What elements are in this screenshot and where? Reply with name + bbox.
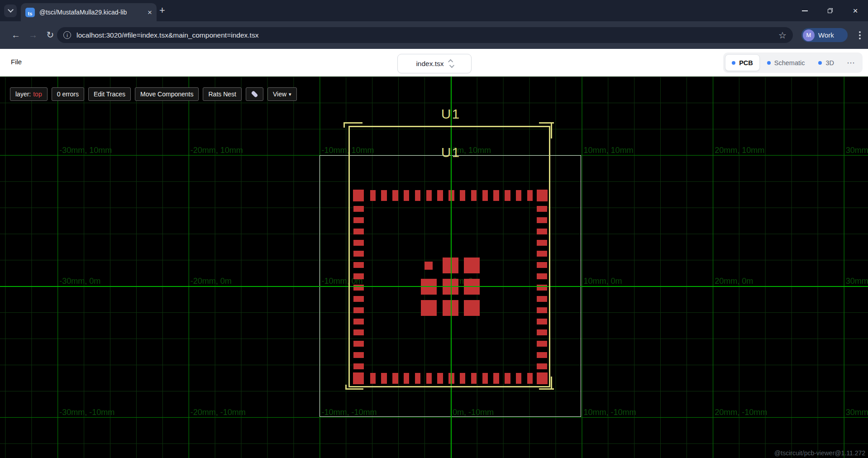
silkscreen-outline xyxy=(348,126,550,387)
tab-search-button[interactable] xyxy=(4,5,17,17)
grid-label: 20mm, 10mm xyxy=(715,146,764,155)
silkscreen-corner-mark xyxy=(345,385,347,390)
layer-label: layer: xyxy=(15,91,31,98)
grid-label: -30mm, 0m xyxy=(59,277,100,286)
browser-toolbar: ← → ↻ i localhost:3020/#file=index.tsx&m… xyxy=(0,21,868,49)
chevron-up-down-icon xyxy=(449,59,453,68)
minimize-icon xyxy=(802,10,808,11)
tab-schematic-label: Schematic xyxy=(774,59,805,67)
forward-button[interactable]: → xyxy=(26,28,40,42)
back-button[interactable]: ← xyxy=(9,28,23,42)
silkscreen-corner-mark xyxy=(345,388,363,390)
view-label: View xyxy=(273,91,286,98)
silkscreen-corner-mark xyxy=(343,122,362,124)
file-selector[interactable]: index.tsx xyxy=(397,54,472,73)
grid-label: -20mm, 10mm xyxy=(191,146,243,155)
grid-label: 10mm, 10mm xyxy=(584,146,634,155)
edit-traces-button[interactable]: Edit Traces xyxy=(88,87,131,101)
tab-3d-label: 3D xyxy=(825,59,834,67)
errors-button[interactable]: 0 errors xyxy=(52,87,84,101)
refdes-label-inner: U1 xyxy=(441,145,460,160)
grid-label: 30mm, -10mm xyxy=(846,408,868,417)
browser-tab[interactable]: ts @tsci/MustafaMulla29.kicad-lib × xyxy=(21,3,157,21)
browser-window: ts @tsci/MustafaMulla29.kicad-lib × + × … xyxy=(0,0,868,458)
viewer-version: @tscircuit/pcb-viewer@1.11.272 xyxy=(774,449,865,457)
silkscreen-corner-mark xyxy=(551,122,552,138)
grid-label: -20mm, -10mm xyxy=(191,408,246,417)
tab-close-icon[interactable]: × xyxy=(148,9,152,16)
restore-icon xyxy=(828,8,833,13)
pcb-toolbar: layer: top 0 errors Edit Traces Move Com… xyxy=(10,87,297,101)
grid-label: 10mm, -10mm xyxy=(584,408,636,417)
view-menu-button[interactable]: View ▾ xyxy=(267,87,297,101)
refdes-label-top: U1 xyxy=(441,106,460,122)
grid-label: 20mm, -10mm xyxy=(715,408,767,417)
pencil-icon xyxy=(251,91,258,98)
layer-button[interactable]: layer: top xyxy=(10,87,48,101)
grid-label: 10mm, 0m xyxy=(584,277,622,286)
app-header: File index.tsx PCB Schematic 3D ⋯ xyxy=(0,49,868,76)
view-toggle-group: PCB Schematic 3D ⋯ xyxy=(723,52,863,73)
tab-strip: ts @tsci/MustafaMulla29.kicad-lib × + × xyxy=(0,0,868,21)
tab-schematic[interactable]: Schematic xyxy=(761,54,811,71)
browser-menu-button[interactable] xyxy=(859,31,861,39)
caret-down-icon: ▾ xyxy=(289,91,291,97)
3d-dot-icon xyxy=(818,61,822,65)
rats-nest-button[interactable]: Rats Nest xyxy=(203,87,241,101)
new-tab-button[interactable]: + xyxy=(159,5,165,15)
grid-label: -20mm, 0m xyxy=(191,277,232,286)
pcb-dot-icon xyxy=(732,61,735,65)
schematic-dot-icon xyxy=(767,61,771,65)
profile-name: Work xyxy=(818,31,834,39)
address-bar[interactable]: i localhost:3020/#file=index.tsx&main_co… xyxy=(57,27,793,43)
tab-pcb[interactable]: PCB xyxy=(725,54,760,71)
tab-pcb-label: PCB xyxy=(739,59,753,67)
maximize-button[interactable] xyxy=(817,0,843,21)
layer-value: top xyxy=(33,91,42,98)
minimize-button[interactable] xyxy=(792,0,817,21)
pcb-canvas[interactable]: -30mm, 10mm-20mm, 10mm-10mm, 10mm0m, 10m… xyxy=(0,76,868,458)
more-views-button[interactable]: ⋯ xyxy=(841,54,861,71)
grid-label: -30mm, -10mm xyxy=(59,408,114,417)
avatar: M xyxy=(803,29,815,41)
grid-label: 30mm, 10mm xyxy=(846,146,868,155)
silkscreen-corner-mark xyxy=(551,377,552,390)
reload-button[interactable]: ↻ xyxy=(43,28,57,42)
site-info-icon[interactable]: i xyxy=(63,31,71,39)
grid-label: -30mm, 10mm xyxy=(59,146,112,155)
window-controls: × xyxy=(792,0,868,21)
profile-chip[interactable]: M Work xyxy=(801,28,848,42)
silkscreen-corner-mark xyxy=(343,122,345,128)
bookmark-star-icon[interactable]: ☆ xyxy=(778,30,787,41)
chevron-down-icon xyxy=(8,7,14,13)
tab-title: @tsci/MustafaMulla29.kicad-lib xyxy=(39,9,144,16)
file-menu[interactable]: File xyxy=(11,58,22,66)
grid-label: 20mm, 0m xyxy=(715,277,753,286)
move-components-button[interactable]: Move Components xyxy=(135,87,199,101)
edit-pencil-button[interactable] xyxy=(246,87,263,101)
file-selector-value: index.tsx xyxy=(416,60,444,68)
tab-3d[interactable]: 3D xyxy=(812,54,840,71)
grid-label: 30mm, 0m xyxy=(846,277,868,286)
typescript-favicon: ts xyxy=(25,8,35,17)
url-text[interactable]: localhost:3020/#file=index.tsx&main_comp… xyxy=(76,31,774,39)
close-button[interactable]: × xyxy=(843,0,868,21)
